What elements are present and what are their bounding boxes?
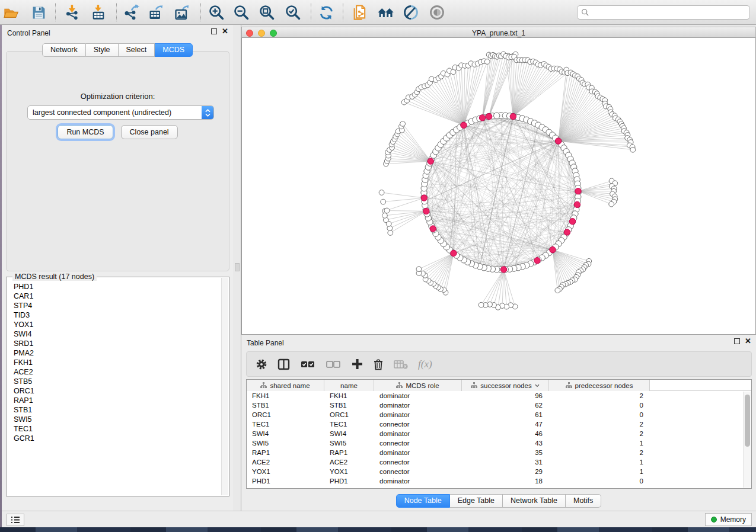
- table-cell[interactable]: dominator: [374, 402, 462, 409]
- unselect-all-icon[interactable]: [326, 359, 342, 370]
- table-cell[interactable]: YOX1: [247, 468, 324, 475]
- table-cell[interactable]: PHD1: [324, 477, 374, 485]
- table-cell[interactable]: 2: [549, 421, 650, 428]
- table-row[interactable]: SWI4SWI4dominator462: [247, 429, 751, 438]
- table-cell[interactable]: 2: [549, 392, 650, 399]
- table-cell[interactable]: 1: [549, 459, 650, 466]
- table-cell[interactable]: RAP1: [324, 449, 374, 456]
- function-builder-icon[interactable]: f(x): [418, 358, 432, 370]
- mcds-result-item[interactable]: STB1: [14, 405, 221, 415]
- optimization-dropdown[interactable]: largest connected component (undirected): [27, 105, 214, 120]
- show-columns-icon[interactable]: [277, 358, 291, 370]
- table-cell[interactable]: 1: [549, 468, 650, 475]
- refresh-layout-icon[interactable]: [317, 4, 335, 21]
- table-cell[interactable]: 18: [462, 477, 549, 485]
- table-row[interactable]: RAP1RAP1dominator352: [247, 448, 751, 457]
- mcds-result-item[interactable]: RAP1: [14, 396, 221, 405]
- table-cell[interactable]: 0: [549, 411, 650, 418]
- mcds-result-item[interactable]: YOX1: [14, 320, 221, 329]
- table-cell[interactable]: connector: [374, 440, 462, 447]
- mcds-result-item[interactable]: ORC1: [14, 386, 221, 396]
- network-canvas[interactable]: [241, 38, 756, 335]
- table-cell[interactable]: dominator: [374, 477, 462, 485]
- open-session-icon[interactable]: [2, 4, 20, 21]
- table-cell[interactable]: SWI4: [324, 430, 374, 437]
- column-header-predecessor-nodes[interactable]: predecessor nodes: [549, 380, 650, 391]
- column-header-successor-nodes[interactable]: successor nodes: [462, 380, 549, 391]
- new-network-icon[interactable]: [351, 4, 369, 21]
- scrollbar-thumb[interactable]: [745, 395, 750, 447]
- table-cell[interactable]: 2: [549, 430, 650, 437]
- table-row[interactable]: FKH1FKH1dominator962: [247, 391, 751, 400]
- table-cell[interactable]: PHD1: [247, 477, 324, 485]
- table-row[interactable]: YOX1YOX1connector291: [247, 467, 751, 476]
- table-row[interactable]: ORC1ORC1dominator610: [247, 410, 751, 419]
- mcds-result-item[interactable]: CAR1: [14, 291, 221, 301]
- table-cell[interactable]: ORC1: [324, 411, 374, 418]
- run-mcds-button[interactable]: Run MCDS: [58, 125, 113, 139]
- mcds-result-item[interactable]: STP4: [14, 301, 221, 310]
- mcds-result-item[interactable]: ACE2: [14, 367, 221, 377]
- close-panel-icon[interactable]: ✕: [222, 28, 228, 34]
- table-cell[interactable]: TEC1: [324, 421, 374, 428]
- zoom-in-icon[interactable]: [208, 4, 225, 21]
- table-cell[interactable]: dominator: [374, 430, 462, 437]
- tab-select[interactable]: Select: [119, 43, 155, 57]
- save-session-icon[interactable]: [30, 4, 47, 21]
- search-box[interactable]: [577, 5, 750, 20]
- import-table-icon[interactable]: [90, 4, 107, 21]
- table-cell[interactable]: 31: [462, 459, 549, 466]
- table-cell[interactable]: connector: [374, 468, 462, 475]
- table-row[interactable]: ACE2ACE2connector311: [247, 457, 751, 467]
- add-icon[interactable]: [352, 358, 363, 370]
- table-cell[interactable]: SWI5: [247, 440, 324, 447]
- table-cell[interactable]: connector: [374, 421, 462, 428]
- table-cell[interactable]: STB1: [247, 402, 324, 409]
- mcds-result-item[interactable]: STB5: [14, 377, 221, 386]
- mcds-result-item[interactable]: PHD1: [14, 282, 221, 291]
- mcds-result-item[interactable]: SWI4: [14, 329, 221, 339]
- export-image-icon[interactable]: [173, 4, 191, 21]
- column-header-shared-name[interactable]: shared name: [247, 380, 324, 391]
- select-all-icon[interactable]: [301, 359, 316, 370]
- tab-network-table[interactable]: Network Table: [503, 494, 566, 508]
- table-cell[interactable]: 0: [549, 477, 650, 485]
- splitter-grip[interactable]: [235, 263, 240, 271]
- table-cell[interactable]: 47: [462, 421, 549, 428]
- table-row[interactable]: TEC1TEC1connector472: [247, 419, 751, 429]
- panel-splitter[interactable]: [233, 25, 241, 511]
- column-header-MCDS-role[interactable]: MCDS role: [374, 380, 462, 391]
- mcds-result-item[interactable]: TID3: [14, 310, 221, 320]
- table-cell[interactable]: STB1: [324, 402, 374, 409]
- tab-style[interactable]: Style: [86, 43, 119, 57]
- zoom-out-icon[interactable]: [232, 4, 250, 21]
- close-panel-icon[interactable]: ✕: [745, 338, 751, 344]
- tab-edge-table[interactable]: Edge Table: [450, 494, 503, 508]
- table-cell[interactable]: 1: [549, 440, 650, 447]
- table-cell[interactable]: 29: [462, 468, 549, 475]
- export-network-icon[interactable]: [123, 4, 141, 21]
- mcds-result-item[interactable]: TEC1: [14, 424, 221, 434]
- node-table[interactable]: shared namenameMCDS rolesuccessor nodesp…: [246, 379, 752, 489]
- hide-details-icon[interactable]: [402, 4, 420, 21]
- task-history-button[interactable]: [7, 514, 24, 526]
- table-cell[interactable]: YOX1: [324, 468, 374, 475]
- table-cell[interactable]: dominator: [374, 392, 462, 399]
- tab-mcds[interactable]: MCDS: [155, 43, 193, 57]
- table-cell[interactable]: 2: [549, 449, 650, 456]
- table-cell[interactable]: RAP1: [247, 449, 324, 456]
- table-cell[interactable]: 0: [549, 402, 650, 409]
- import-network-icon[interactable]: [63, 4, 81, 21]
- table-cell[interactable]: connector: [374, 459, 462, 466]
- table-cell[interactable]: SWI4: [247, 430, 324, 437]
- table-row[interactable]: PHD1PHD1dominator180: [247, 476, 751, 486]
- float-panel-icon[interactable]: [211, 28, 217, 34]
- table-cell[interactable]: SWI5: [324, 440, 374, 447]
- table-row[interactable]: STB1STB1dominator620: [247, 400, 751, 410]
- show-details-icon[interactable]: [428, 4, 446, 21]
- table-cell[interactable]: TEC1: [247, 421, 324, 428]
- table-cell[interactable]: ORC1: [247, 411, 324, 418]
- table-row[interactable]: SWI5SWI5connector431: [247, 438, 751, 448]
- table-cell[interactable]: 46: [462, 430, 549, 437]
- mcds-result-item[interactable]: GCR1: [14, 434, 221, 443]
